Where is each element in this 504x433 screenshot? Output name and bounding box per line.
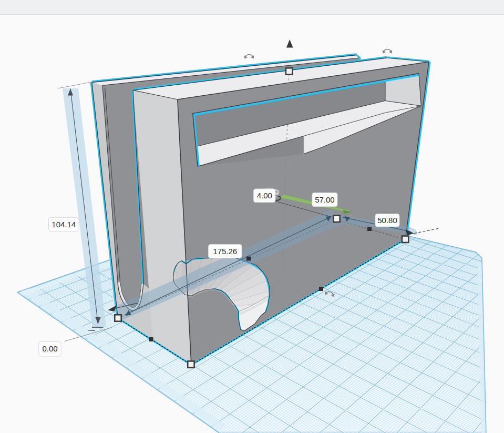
svg-text:50.80: 50.80 [377,216,397,225]
svg-text:104.14: 104.14 [52,220,76,229]
svg-text:175.26: 175.26 [213,247,237,256]
svg-text:0.00: 0.00 [42,344,57,353]
svg-text:4.00: 4.00 [257,191,272,200]
svg-text:57.00: 57.00 [315,195,335,204]
